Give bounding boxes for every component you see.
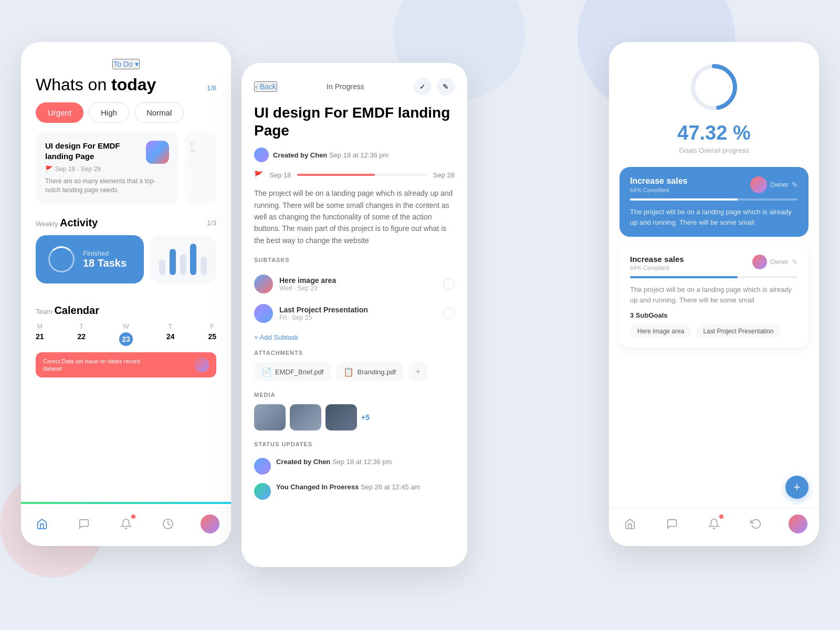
- chart-bar-5: [201, 257, 207, 275]
- add-subtask-button[interactable]: + Add Subtask: [242, 328, 467, 350]
- back-label: Back: [260, 82, 276, 91]
- subtask-2-checkbox[interactable]: [443, 308, 455, 319]
- blue-card-owner-label: Owner: [770, 181, 789, 188]
- filter-urgent[interactable]: Urgent: [36, 102, 83, 123]
- cal-day-mon: M 21: [36, 323, 44, 346]
- progress-bar: [21, 502, 231, 504]
- creator-avatar: [254, 148, 269, 162]
- nav-home-right[interactable]: [621, 514, 639, 533]
- media-more[interactable]: +5: [361, 413, 370, 422]
- ph2-header: ‹ Back In Progress ✓ ✎: [242, 63, 467, 104]
- calendar-normal: Team: [36, 308, 54, 316]
- chevron-down-icon: ▾: [135, 60, 139, 68]
- chart-bar-3: [180, 254, 186, 275]
- calendar-bold: Calendar: [54, 304, 99, 316]
- nav-avatar[interactable]: [201, 514, 219, 533]
- media-thumb-3[interactable]: [326, 404, 357, 430]
- media-row: +5: [242, 404, 467, 441]
- subtask-1-name: Here image area: [279, 276, 437, 285]
- blue-card-edit-icon[interactable]: ✎: [792, 181, 798, 189]
- nav-chat[interactable]: [75, 514, 93, 533]
- check-button[interactable]: ✓: [414, 78, 432, 96]
- status-avatar-2: [254, 483, 271, 500]
- activity-count: 1/3: [207, 219, 216, 227]
- notification-dot: [131, 514, 135, 519]
- date-progress-fill: [297, 174, 375, 176]
- white-card-edit-icon[interactable]: ✎: [792, 258, 798, 266]
- finished-label: Finished: [83, 249, 127, 257]
- filter-normal[interactable]: Normal: [134, 102, 184, 123]
- nav-bell-right[interactable]: [705, 514, 723, 533]
- date-start: Sep 18: [269, 171, 291, 179]
- creator-name: Created by Chen: [273, 151, 327, 159]
- blue-card[interactable]: Increase sales 64% Complited Owner ✎ The…: [620, 167, 808, 237]
- activity-bold: Activity: [60, 217, 98, 228]
- status-label: In Progress: [327, 82, 364, 91]
- percent-label: 47.32 %: [677, 122, 750, 144]
- nav-home[interactable]: [33, 514, 51, 533]
- filter-high[interactable]: High: [89, 102, 129, 123]
- nav-avatar-right[interactable]: [789, 514, 807, 533]
- subtasks-label: SUBTASKS: [242, 257, 467, 269]
- activity-row: Finished 18 Tasks: [21, 235, 231, 284]
- task-cards-row: UI design For EMDF landing Page 🚩 Sep 18…: [21, 131, 231, 204]
- subgoal-pill-1[interactable]: Here image area: [630, 324, 691, 338]
- add-attachment-button[interactable]: +: [408, 362, 427, 381]
- white-card-owner: Owner ✎: [752, 255, 798, 269]
- status-updates-label: STATUS UPDATES: [242, 441, 467, 454]
- nav-chat-right[interactable]: [663, 514, 681, 533]
- blue-card-header: Increase sales 64% Complited Owner ✎: [630, 176, 798, 193]
- subtask-2-info: Last Project Presentation Fri · Sep 25: [279, 306, 437, 321]
- today-normal: Whats on: [36, 75, 111, 94]
- attachment-2-name: Branding.pdf: [357, 368, 396, 376]
- media-thumb-2[interactable]: [290, 404, 321, 430]
- nav-refresh-right[interactable]: [747, 514, 765, 533]
- notification-dot-right: [719, 514, 723, 519]
- chart-bar-2: [170, 249, 176, 275]
- white-card-owner-label: Owner: [770, 258, 789, 266]
- white-card-avatar: [752, 255, 767, 269]
- chart-bar-1: [159, 259, 165, 275]
- subtask-1-meta: Wed · Sep 23: [279, 285, 437, 292]
- subtask-2[interactable]: Last Project Presentation Fri · Sep 25: [242, 299, 467, 328]
- todo-label: To Do: [113, 60, 133, 68]
- today-title: Whats on today: [36, 76, 156, 94]
- phone-right: 47.32 % Goals Overall progress Increase …: [609, 42, 819, 546]
- calendar-header: Team Calendar: [36, 294, 216, 323]
- status-avatar-1: [254, 458, 271, 475]
- calendar-days-row: M 21 T 22 W 23 T 24 F 25: [36, 323, 216, 346]
- blue-card-progress-fill: [630, 198, 738, 201]
- subgoal-pills: Here image area Last Project Presentatio…: [630, 324, 798, 338]
- task-card-partial: Ula Thla: [185, 131, 216, 204]
- fab-button[interactable]: +: [785, 476, 808, 499]
- status-update-2: You Changed In Proeress Sep 26 at 12:45 …: [254, 479, 455, 504]
- finished-card: Finished 18 Tasks: [36, 235, 144, 284]
- white-card-header: Increase sales 64% Complited Owner ✎: [630, 255, 798, 271]
- attachment-1[interactable]: 📄 EMDF_Brief.pdf: [254, 362, 331, 381]
- blue-card-progress-bg: [630, 198, 798, 201]
- subtask-1[interactable]: Here image area Wed · Sep 23: [242, 269, 467, 299]
- nav-bell[interactable]: [117, 514, 135, 533]
- back-button[interactable]: ‹ Back: [254, 81, 277, 92]
- task-card-desc: There are so many elements that a top-no…: [45, 177, 169, 195]
- weekly-activity-header: Weekly Activity 1/3: [21, 204, 231, 235]
- blue-card-title: Increase sales: [630, 176, 687, 186]
- attachment-2[interactable]: 📋 Branding.pdf: [336, 362, 403, 381]
- white-card[interactable]: Increase sales 64% Complited Owner ✎ The…: [620, 245, 808, 348]
- edit-button[interactable]: ✎: [437, 78, 455, 96]
- task-card-image: [146, 141, 169, 164]
- donut-svg: [688, 61, 740, 113]
- task-card-main[interactable]: UI design For EMDF landing Page 🚩 Sep 18…: [36, 131, 178, 204]
- finished-text: Finished 18 Tasks: [83, 249, 127, 269]
- nav-check[interactable]: [159, 514, 177, 533]
- todo-dropdown-button[interactable]: To Do ▾: [112, 59, 140, 69]
- bottom-nav-left: [21, 508, 231, 546]
- pdf-icon-2: 📋: [343, 367, 354, 377]
- calendar-event[interactable]: Corect Data set issue on dates record da…: [36, 352, 216, 378]
- subgoal-pill-2[interactable]: Last Project Presentation: [696, 324, 781, 338]
- subtask-2-avatar: [254, 304, 273, 323]
- white-card-progress-bg: [630, 276, 798, 278]
- cal-day-wed[interactable]: W 23: [119, 323, 133, 346]
- subtask-1-checkbox[interactable]: [443, 278, 455, 290]
- media-thumb-1[interactable]: [254, 404, 286, 430]
